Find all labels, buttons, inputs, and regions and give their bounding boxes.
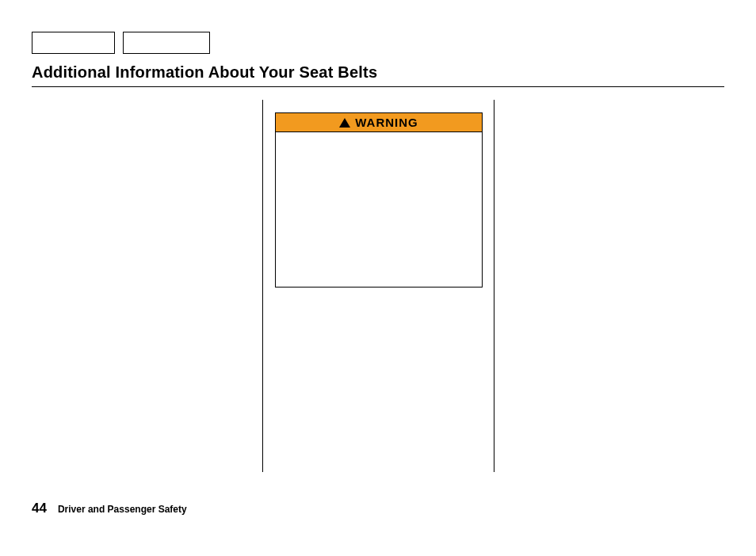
page-footer: 44 Driver and Passenger Safety xyxy=(32,501,187,516)
page-title: Additional Information About Your Seat B… xyxy=(32,63,724,82)
content-area: WARNING xyxy=(32,100,724,488)
top-nav-boxes xyxy=(32,32,724,54)
page-container: Additional Information About Your Seat B… xyxy=(0,0,756,556)
nav-box-2[interactable] xyxy=(123,32,210,54)
warning-header: WARNING xyxy=(276,113,482,132)
section-name: Driver and Passenger Safety xyxy=(58,504,187,515)
warning-body xyxy=(276,132,482,287)
warning-triangle-icon xyxy=(339,118,350,128)
title-divider xyxy=(32,86,724,87)
nav-box-1[interactable] xyxy=(32,32,115,54)
warning-box: WARNING xyxy=(275,112,483,288)
page-number: 44 xyxy=(32,501,47,516)
column-divider-2 xyxy=(494,100,494,472)
column-divider-1 xyxy=(262,100,263,472)
warning-label: WARNING xyxy=(355,116,418,129)
